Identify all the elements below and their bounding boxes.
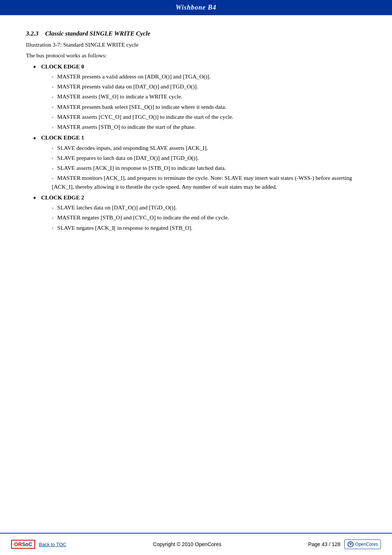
footer-copyright: Copyright © 2010 OpenCores bbox=[153, 541, 221, 547]
list-item: MASTER negates [STB_O] and [CYC_O] to in… bbox=[52, 213, 366, 222]
opencores-label: OpenCores bbox=[355, 542, 378, 547]
list-item: MASTER asserts [STB_O] to indicate the s… bbox=[52, 122, 366, 131]
list-item: SLAVE negates [ACK_I[ in response to neg… bbox=[52, 223, 366, 232]
list-item: MASTER asserts [CYC_O] and [TGC_O()] to … bbox=[52, 112, 366, 121]
clock-edge-2-items: SLAVE latches data on [DAT_O()] and [TGD… bbox=[33, 203, 366, 232]
section-number: 3.2.3 bbox=[26, 30, 38, 37]
list-item: SLAVE prepares to latch data on [DAT_O()… bbox=[52, 154, 366, 162]
footer-left: ORSoC Back to TOC bbox=[11, 540, 66, 549]
back-to-toc-link[interactable]: Back to TOC bbox=[39, 542, 66, 547]
list-item: MASTER presents valid data on [DAT_O()] … bbox=[52, 82, 366, 91]
opencores-icon bbox=[347, 541, 354, 548]
list-item: MASTER presents a valid address on [ADR_… bbox=[52, 72, 366, 81]
orsoc-soc: SoC bbox=[22, 541, 32, 547]
clock-edge-1-label: CLOCK EDGE 1 bbox=[41, 134, 84, 141]
page-footer: ORSoC Back to TOC Copyright © 2010 OpenC… bbox=[0, 533, 392, 555]
opencores-logo: OpenCores bbox=[344, 539, 381, 549]
orsoc-logo: ORSoC bbox=[11, 540, 35, 549]
clock-edge-1-items: SLAVE decodes inputs, and responding SLA… bbox=[33, 144, 366, 191]
clock-edge-2-label: CLOCK EDGE 2 bbox=[41, 194, 84, 201]
clock-edges-list: CLOCK EDGE 0 MASTER presents a valid add… bbox=[26, 62, 366, 232]
illustration-caption: Illustration 3-7: Standard SINGLE WRITE … bbox=[26, 40, 366, 49]
section-heading: 3.2.3Classic standard SINGLE WRITE Cycle bbox=[26, 30, 366, 37]
list-item: SLAVE asserts [ACK_I] in response to [ST… bbox=[52, 164, 366, 172]
section-title: Classic standard SINGLE WRITE Cycle bbox=[45, 30, 150, 37]
clock-edge-1: CLOCK EDGE 1 SLAVE decodes inputs, and r… bbox=[33, 133, 366, 191]
list-item: SLAVE decodes inputs, and responding SLA… bbox=[52, 144, 366, 152]
list-item: MASTER monitors [ACK_I], and prepares to… bbox=[52, 174, 366, 191]
clock-edge-2: CLOCK EDGE 2 SLAVE latches data on [DAT_… bbox=[33, 193, 366, 232]
footer-right: Page 43 / 128 OpenCores bbox=[308, 539, 381, 549]
intro-paragraph: The bus protocol works as follows: bbox=[26, 51, 366, 60]
page-number: Page 43 / 128 bbox=[308, 541, 340, 547]
list-item: SLAVE latches data on [DAT_O()] and [TGD… bbox=[52, 203, 366, 212]
clock-edge-0-label: CLOCK EDGE 0 bbox=[41, 63, 84, 70]
list-item: MASTER presents bank select [SEL_O()] to… bbox=[52, 102, 366, 111]
clock-edge-0-items: MASTER presents a valid address on [ADR_… bbox=[33, 72, 366, 131]
list-item: MASTER asserts [WE_O] to indicate a WRIT… bbox=[52, 92, 366, 101]
page-header: Wishbone B4 bbox=[0, 0, 392, 15]
clock-edge-0: CLOCK EDGE 0 MASTER presents a valid add… bbox=[33, 62, 366, 131]
page-content: 3.2.3Classic standard SINGLE WRITE Cycle… bbox=[0, 15, 392, 271]
svg-point-1 bbox=[350, 544, 351, 545]
orsoc-or: OR bbox=[14, 541, 22, 547]
header-title: Wishbone B4 bbox=[176, 4, 217, 11]
